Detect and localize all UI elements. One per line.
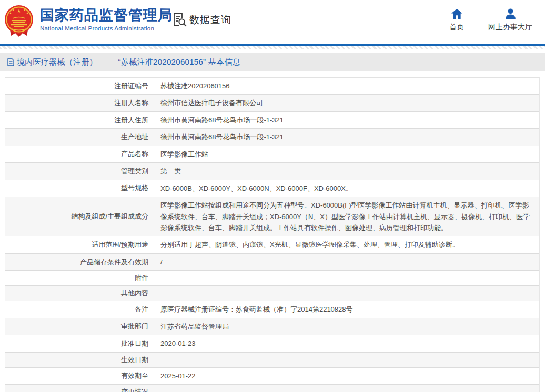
row-value: 医学影像工作站按组成和用途不同分为五种型号。XD-6000B(F)型医学影像工作… [154, 197, 539, 236]
data-query-button[interactable]: 数据查询 [173, 13, 231, 27]
table-row: 备注原医疗器械注册证编号：苏食药监械（准）字2014第2210828号 [5, 301, 539, 317]
row-value: / [154, 254, 539, 270]
row-value: 分别适用于超声、阴道镜、内窥镜、X光机、显微镜医学图像采集、处理、管理、打印及辅… [154, 236, 539, 253]
table-row: 注册人住所徐州市黄河南路68号花鸟市场一段-1-321 [5, 111, 539, 128]
document-search-icon [173, 13, 187, 27]
row-label: 管理类别 [5, 163, 154, 179]
nmpa-logo[interactable]: ★ ★ ★ ★ ★ 国家药品监督管理局 National Medical Pro… [4, 4, 173, 38]
row-label: 适用范围/预期用途 [5, 236, 154, 253]
row-label: 生效日期 [5, 353, 154, 367]
table-row: 产品储存条件及有效期/ [5, 253, 539, 270]
table-row: 型号规格XD-6000B、XD-6000Y、XD-6000N、XD-6000F、… [5, 180, 539, 197]
nav-service-hall[interactable]: 网上办事大厅 [488, 8, 532, 32]
row-value [154, 291, 539, 296]
row-label: 产品名称 [5, 146, 154, 162]
nav-home[interactable]: 首页 [443, 8, 470, 32]
table-row: 附件 [5, 270, 539, 285]
row-label: 生产地址 [5, 129, 154, 145]
hatch-band [0, 46, 545, 51]
row-value: 江苏省药品监督管理局 [154, 318, 539, 335]
row-value: 2020-01-23 [154, 335, 539, 352]
svg-text:★: ★ [17, 8, 21, 14]
table-row: 有效期至2025-01-22 [5, 367, 539, 384]
logo-text: 国家药品监督管理局 National Medical Products Admi… [40, 4, 173, 32]
row-value: 苏械注准20202060156 [154, 78, 539, 94]
site-title: 国家药品监督管理局 [40, 7, 173, 24]
svg-text:★: ★ [26, 12, 29, 15]
top-nav: 首页 网上办事大厅 [443, 8, 532, 32]
row-value: 原医疗器械注册证编号：苏食药监械（准）字2014第2210828号 [154, 301, 539, 317]
row-label: 其他内容 [5, 286, 154, 301]
row-value: 2025-01-22 [154, 368, 539, 384]
document-icon [7, 58, 14, 66]
data-query-label: 数据查询 [189, 13, 231, 27]
row-label: 批准日期 [5, 335, 154, 352]
user-icon [505, 8, 516, 19]
table-row: 批准日期2020-01-23 [5, 335, 539, 352]
nav-service-hall-label: 网上办事大厅 [488, 23, 532, 32]
table-row: 注册证编号苏械注准20202060156 [5, 78, 539, 94]
row-label: 注册证编号 [5, 78, 154, 94]
table-row: 管理类别第二类 [5, 162, 539, 179]
table-row: 变更情况 [5, 384, 539, 392]
row-label: 审批部门 [5, 318, 154, 335]
row-label: 附件 [5, 271, 154, 285]
page-header: ★ ★ ★ ★ ★ 国家药品监督管理局 National Medical Pro… [0, 0, 545, 44]
row-label: 有效期至 [5, 368, 154, 384]
row-value: XD-6000B、XD-6000Y、XD-6000N、XD-6000F、XD-6… [154, 180, 539, 197]
row-label: 产品储存条件及有效期 [5, 254, 154, 270]
table-row: 生产地址徐州市黄河南路68号花鸟市场一段-1-321 [5, 128, 539, 145]
table-row: 其他内容 [5, 285, 539, 301]
row-value [154, 389, 539, 392]
home-icon [451, 8, 462, 19]
breadcrumb: 境内医疗器械（注册） —— “苏械注准20202060156” 基本信息 [0, 53, 545, 71]
table-row: 结构及组成/主要组成成分医学影像工作站按组成和用途不同分为五种型号。XD-600… [5, 197, 539, 236]
site-subtitle: National Medical Products Administration [40, 25, 173, 32]
row-label: 变更情况 [5, 385, 154, 392]
row-value: 医学影像工作站 [154, 146, 539, 162]
table-row: 审批部门江苏省药品监督管理局 [5, 318, 539, 335]
breadcrumb-text: 境内医疗器械（注册） —— “苏械注准20202060156” 基本信息 [17, 57, 240, 67]
row-value: 徐州市黄河南路68号花鸟市场一段-1-321 [154, 129, 539, 145]
row-value [154, 275, 539, 281]
svg-text:★: ★ [12, 8, 15, 12]
china-national-emblem-icon: ★ ★ ★ ★ ★ [4, 4, 34, 38]
row-value: 徐州市信达医疗电子设备有限公司 [154, 95, 539, 111]
row-value: 第二类 [154, 163, 539, 179]
svg-text:★: ★ [9, 12, 12, 15]
row-label: 结构及组成/主要组成成分 [5, 197, 154, 236]
info-table: 注册证编号苏械注准20202060156注册人名称徐州市信达医疗电子设备有限公司… [5, 77, 540, 392]
table-row: 适用范围/预期用途分别适用于超声、阴道镜、内窥镜、X光机、显微镜医学图像采集、处… [5, 236, 539, 253]
row-label: 注册人名称 [5, 95, 154, 111]
row-label: 型号规格 [5, 180, 154, 197]
table-row: 注册人名称徐州市信达医疗电子设备有限公司 [5, 94, 539, 111]
row-label: 备注 [5, 301, 154, 317]
table-row: 生效日期 [5, 352, 539, 367]
nav-home-label: 首页 [449, 23, 464, 32]
row-value [154, 357, 539, 363]
row-label: 注册人住所 [5, 112, 154, 128]
table-row: 产品名称医学影像工作站 [5, 146, 539, 162]
row-value: 徐州市黄河南路68号花鸟市场一段-1-321 [154, 112, 539, 128]
